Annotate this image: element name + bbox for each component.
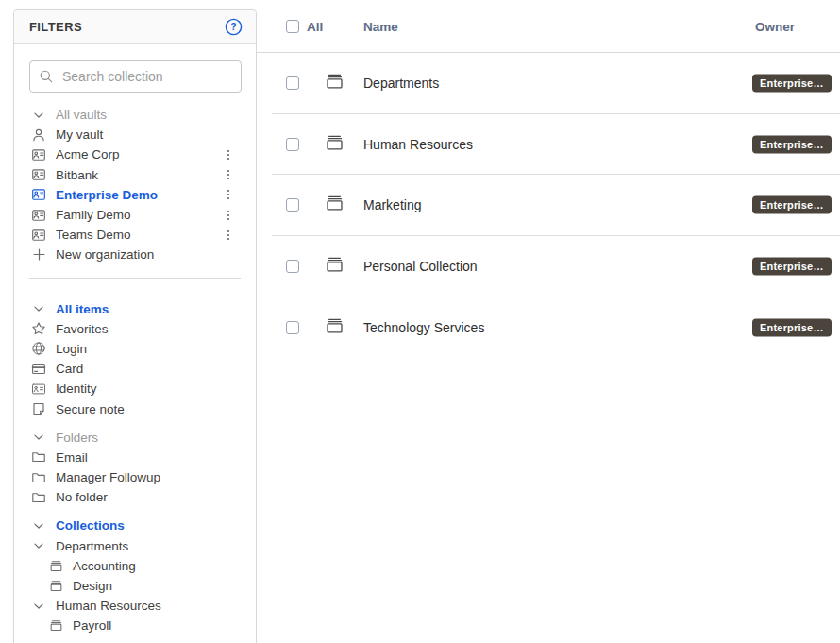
sidebar-item-org-bitbank[interactable]: Bitbank [14, 165, 256, 185]
collection-icon [325, 72, 344, 95]
sidebar-item-org-acme-corp[interactable]: Acme Corp [14, 144, 256, 164]
sidebar-item-collections-header[interactable]: Collections [14, 516, 256, 535]
collections-section: Collections Departments Accounting Desig… [14, 516, 256, 635]
owner-badge: Enterprise… [752, 318, 832, 336]
owner-badge: Enterprise… [752, 258, 832, 276]
sidebar-item-login[interactable]: Login [14, 339, 256, 359]
owner-badge: Enterprise… [752, 196, 832, 214]
star-icon [31, 321, 46, 336]
divider [29, 278, 241, 279]
chevron-down-icon [31, 301, 46, 316]
select-all-checkbox[interactable] [286, 20, 299, 33]
sidebar-item-org-family-demo[interactable]: Family Demo [14, 205, 256, 225]
collection-icon [325, 255, 344, 279]
owner-badge: Enterprise… [752, 135, 832, 153]
collection-icon [48, 618, 63, 634]
folder-icon [31, 490, 46, 505]
org-options-icon[interactable] [222, 208, 235, 223]
sidebar-item-secure-note[interactable]: Secure note [14, 398, 256, 418]
owner-badge: Enterprise… [752, 75, 832, 93]
id-card-icon [31, 381, 46, 397]
row-checkbox[interactable] [286, 138, 299, 151]
sidebar-item-identity[interactable]: Identity [14, 379, 256, 398]
filters-sidebar: FILTERS ? All vaults My vault Acme Corp … [13, 9, 257, 643]
chevron-down-icon [31, 599, 46, 614]
table-row: Departments Enterprise… [257, 53, 840, 114]
folder-icon [31, 470, 46, 485]
filters-header: FILTERS ? [14, 10, 256, 44]
collection-name-link[interactable]: Marketing [363, 197, 421, 212]
plus-icon [31, 247, 46, 262]
note-icon [31, 401, 46, 416]
chevron-down-icon [31, 518, 46, 533]
sidebar-item-folders-header[interactable]: Folders [14, 428, 256, 448]
org-options-icon[interactable] [222, 228, 235, 243]
collection-icon [48, 558, 63, 573]
svg-text:?: ? [230, 21, 236, 32]
search-collection [29, 60, 242, 93]
collection-icon [325, 315, 344, 339]
collection-icon [325, 194, 344, 217]
vaults-section: All vaults My vault Acme Corp Bitbank En… [14, 105, 256, 265]
org-options-icon[interactable] [222, 187, 235, 202]
collection-name-link[interactable]: Personal Collection [363, 259, 478, 274]
table-row: Human Resources Enterprise… [257, 114, 840, 176]
folder-icon [31, 449, 46, 465]
org-options-icon[interactable] [222, 147, 235, 162]
chevron-down-icon [31, 430, 46, 445]
collection-name-link[interactable]: Departments [363, 76, 439, 91]
sidebar-item-collection-accounting[interactable]: Accounting [14, 556, 256, 576]
sidebar-item-favorites[interactable]: Favorites [14, 319, 256, 339]
sidebar-item-org-teams-demo[interactable]: Teams Demo [14, 225, 256, 245]
help-icon[interactable]: ? [225, 18, 243, 36]
table-row: Technology Services Enterprise… [257, 296, 840, 358]
search-input[interactable] [29, 60, 242, 93]
sidebar-item-collection-human-resources[interactable]: Human Resources [14, 596, 256, 616]
organization-icon [31, 228, 46, 243]
sidebar-item-collection-design[interactable]: Design [14, 576, 256, 596]
sidebar-item-all-items[interactable]: All items [14, 299, 256, 319]
user-icon [31, 127, 46, 143]
organization-icon [31, 208, 46, 223]
credit-card-icon [31, 362, 46, 377]
collection-icon [325, 132, 344, 156]
owner-column-header[interactable]: Owner [755, 19, 795, 33]
select-all-label: All [307, 19, 323, 33]
collection-name-link[interactable]: Human Resources [363, 137, 473, 152]
org-options-icon[interactable] [222, 167, 235, 182]
item-types-section: All items Favorites Login Card Identity … [14, 299, 256, 419]
row-checkbox[interactable] [286, 260, 299, 273]
folders-section: Folders Email Manager Followup No folder [14, 428, 256, 508]
organization-icon [31, 147, 46, 162]
table-header: All Name Owner [257, 0, 840, 53]
organization-icon [31, 187, 46, 202]
organization-icon [31, 167, 46, 182]
sidebar-item-all-vaults[interactable]: All vaults [14, 105, 256, 125]
name-column-header[interactable]: Name [363, 19, 398, 33]
collection-icon [48, 579, 63, 594]
sidebar-item-collection-payroll[interactable]: Payroll [14, 616, 256, 635]
search-icon [39, 69, 54, 84]
chevron-down-icon [31, 108, 46, 123]
row-checkbox[interactable] [286, 198, 299, 212]
row-checkbox[interactable] [286, 76, 299, 90]
chevron-down-icon [31, 538, 46, 553]
table-row: Marketing Enterprise… [257, 175, 840, 236]
sidebar-item-my-vault[interactable]: My vault [14, 125, 256, 144]
collection-name-link[interactable]: Technology Services [363, 320, 484, 335]
sidebar-item-collection-departments[interactable]: Departments [14, 536, 256, 556]
filters-title: FILTERS [29, 20, 82, 34]
row-checkbox[interactable] [286, 321, 299, 334]
sidebar-item-folder-manager-followup[interactable]: Manager Followup [14, 467, 256, 487]
sidebar-item-folder-no-folder[interactable]: No folder [14, 487, 256, 507]
sidebar-item-new-organization[interactable]: New organization [14, 245, 256, 264]
sidebar-item-org-enterprise-demo[interactable]: Enterprise Demo [14, 185, 256, 205]
sidebar-item-card[interactable]: Card [14, 359, 256, 379]
sidebar-item-folder-email[interactable]: Email [14, 448, 256, 467]
table-row: Personal Collection Enterprise… [257, 236, 840, 297]
collections-table: All Name Owner Departments Enterprise… H… [257, 0, 840, 643]
globe-icon [31, 341, 46, 356]
